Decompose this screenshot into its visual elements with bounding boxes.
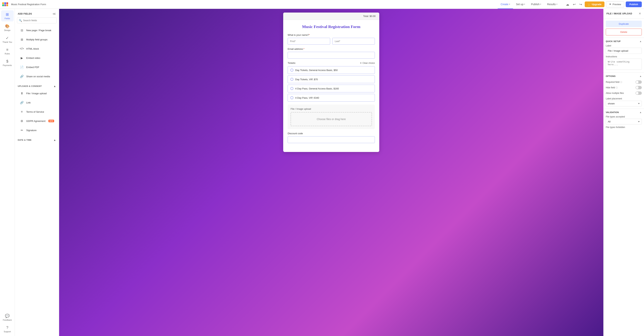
upgrade-button[interactable]: 👑 Upgrade	[585, 1, 604, 7]
eye-icon: 👁	[609, 3, 612, 6]
tab-create[interactable]: Create ▾	[498, 0, 513, 9]
ticket-option-2[interactable]: 4 Day Pass, General Access Basic, $160	[288, 85, 375, 92]
ticket-option-0[interactable]: Day Tickets, General Access Basic, $50	[288, 66, 375, 74]
upload-placeholder: Choose files or drag here	[317, 118, 346, 121]
form-card-body: Music Festival Registration Form What is…	[283, 20, 379, 152]
undo-icon[interactable]: ↩	[572, 1, 577, 7]
field-item-new-page[interactable]: ⊟ New page / Page break	[16, 26, 58, 35]
required-field-label: Required field ⓘ	[606, 81, 622, 84]
tab-results[interactable]: Results ▾	[544, 0, 560, 9]
ticket-option-1[interactable]: Day Tickets, VIP, $70	[288, 75, 375, 83]
fields-panel-close[interactable]: ≪	[52, 12, 56, 16]
nav-tabs: Create ▾ Set up ▾ Publish ▾ Results ▾	[498, 0, 560, 9]
multiple-files-label: Allow multiple files	[606, 92, 624, 94]
fields-panel: ADD FIELDS ≪ 🔍 ⊟ New page / Page break ⊞…	[15, 9, 59, 336]
instructions-textarea[interactable]	[606, 59, 642, 70]
form-canvas: Total: $0.00 Music Festival Registration…	[59, 9, 603, 336]
clear-choice[interactable]: ✕ Clear choice	[360, 62, 375, 64]
sidebar-item-rules-label: Rules	[4, 53, 10, 55]
last-name-input[interactable]	[332, 38, 375, 45]
required-info-icon: ⓘ	[620, 81, 622, 84]
field-item-link-label: Link	[26, 101, 31, 104]
form-card-title: Music Festival Registration Form	[288, 24, 375, 29]
form-title: Music Festival Registration Form	[11, 3, 46, 6]
discount-label: Discount code	[288, 132, 375, 135]
tab-create-arrow: ▾	[509, 3, 510, 5]
field-item-multiply-label: Multiply field groups	[26, 38, 48, 41]
search-input[interactable]	[17, 17, 57, 23]
options-chevron: ▲	[640, 75, 642, 77]
sidebar-item-thankyou[interactable]: ✓ Thank You	[1, 34, 14, 45]
duplicate-button[interactable]: Duplicate	[606, 21, 642, 27]
canvas-background: Total: $0.00 Music Festival Registration…	[59, 9, 603, 336]
label-field-label: Label	[606, 44, 642, 47]
datetime-toggle[interactable]: ▲	[54, 139, 56, 142]
sidebar-item-support-label: Support	[4, 331, 11, 333]
tab-setup[interactable]: Set up ▾	[513, 0, 528, 9]
radio-2	[290, 87, 293, 90]
right-panel-close[interactable]: ✕	[639, 12, 641, 15]
svg-rect-3	[2, 4, 4, 6]
label-field-input[interactable]	[606, 48, 642, 54]
file-types-accepted-select[interactable]: All Images Documents Videos	[606, 119, 642, 125]
first-name-input[interactable]	[288, 38, 330, 45]
sidebar-item-payments[interactable]: $ Payments	[1, 57, 14, 68]
publish-button[interactable]: Publish	[626, 1, 642, 7]
field-item-social[interactable]: 🔗 Share on social media	[16, 72, 58, 81]
top-nav: Music Festival Registration Form Create …	[0, 0, 644, 9]
svg-rect-2	[6, 2, 8, 4]
sidebar-item-feedback[interactable]: 💬 Feedback	[1, 312, 14, 323]
field-item-new-page-label: New page / Page break	[26, 29, 51, 32]
thankyou-icon: ✓	[6, 36, 9, 40]
field-item-file-upload[interactable]: ⬆ File / Image upload	[16, 89, 58, 98]
discount-input[interactable]	[288, 136, 375, 143]
ticket-option-3[interactable]: 4 Day Pass, VIP, €340	[288, 94, 375, 102]
multiple-files-toggle[interactable]	[636, 91, 642, 95]
upload-box[interactable]: Choose files or drag here	[290, 112, 372, 126]
link-icon: 🔗	[19, 100, 24, 105]
email-input[interactable]	[288, 52, 375, 59]
file-upload-icon: ⬆	[19, 91, 24, 96]
sidebar-item-rules[interactable]: ≡ Rules	[1, 46, 14, 57]
datetime-section-title: DATE & TIME	[18, 139, 32, 141]
search-icon: 🔍	[19, 19, 22, 22]
design-icon: 🎨	[5, 24, 10, 28]
redo-icon[interactable]: ↪	[578, 1, 583, 7]
sidebar-item-support[interactable]: ? Support	[1, 324, 14, 335]
uploads-section-title: UPLOADS & CONSENT	[18, 85, 42, 87]
save-icon[interactable]: ☁	[565, 1, 570, 7]
payments-icon: $	[6, 59, 8, 63]
instructions-label: Instructions	[606, 55, 642, 58]
field-item-terms[interactable]: ≡ Terms of Service	[16, 107, 58, 116]
ticket-label-3: 4 Day Pass, VIP, €340	[295, 96, 319, 99]
label-placement-select[interactable]: shown hidden	[606, 101, 642, 106]
crown-icon: 👑	[588, 3, 590, 6]
tab-publish[interactable]: Publish ▾	[528, 0, 544, 9]
svg-rect-0	[2, 2, 4, 4]
tab-publish-arrow: ▾	[540, 3, 541, 5]
preview-button[interactable]: 👁 Preview	[606, 1, 624, 7]
support-icon: ?	[6, 326, 8, 330]
field-item-video-label: Embed video	[26, 57, 40, 59]
field-item-link[interactable]: 🔗 Link	[16, 98, 58, 107]
sidebar-item-design[interactable]: 🎨 Design	[1, 22, 14, 33]
field-item-gdpr[interactable]: ⚙ GDPR Agreement NEW	[16, 117, 58, 125]
sidebar-item-fields[interactable]: ⊞ Fields	[1, 10, 14, 21]
field-item-gdpr-label: GDPR Agreement	[26, 120, 46, 123]
field-item-multiply[interactable]: ⊞ Multiply field groups	[16, 35, 58, 44]
field-item-html[interactable]: </> HTML block	[16, 44, 58, 53]
multiply-icon: ⊞	[19, 37, 24, 42]
hide-field-row: Hide field ⓘ	[606, 85, 642, 90]
field-item-signature[interactable]: ✏ Signature	[16, 126, 58, 135]
field-item-video[interactable]: ▶ Embed video	[16, 53, 58, 62]
field-item-terms-label: Terms of Service	[26, 111, 44, 113]
terms-icon: ≡	[19, 109, 24, 114]
delete-button[interactable]: Delete	[606, 29, 642, 35]
sidebar-item-payments-label: Payments	[3, 64, 12, 66]
file-types-accepted-label: File types accepted	[606, 115, 642, 118]
required-toggle[interactable]	[636, 80, 642, 84]
hide-toggle[interactable]	[636, 86, 642, 89]
field-item-html-label: HTML block	[26, 47, 39, 50]
field-item-pdf[interactable]: 📄 Embed PDF	[16, 63, 58, 72]
uploads-toggle[interactable]: ▲	[54, 85, 56, 88]
